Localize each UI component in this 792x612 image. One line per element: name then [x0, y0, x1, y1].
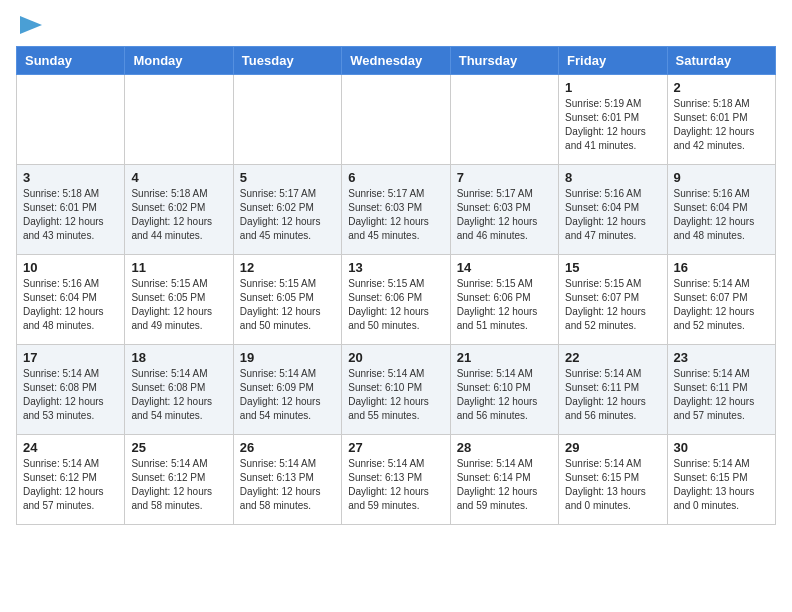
- day-number: 27: [348, 440, 443, 455]
- calendar-cell: 28Sunrise: 5:14 AM Sunset: 6:14 PM Dayli…: [450, 435, 558, 525]
- calendar-cell: 30Sunrise: 5:14 AM Sunset: 6:15 PM Dayli…: [667, 435, 775, 525]
- day-number: 20: [348, 350, 443, 365]
- day-info: Sunrise: 5:18 AM Sunset: 6:01 PM Dayligh…: [23, 187, 118, 243]
- day-info: Sunrise: 5:14 AM Sunset: 6:08 PM Dayligh…: [131, 367, 226, 423]
- day-number: 28: [457, 440, 552, 455]
- calendar-cell: 23Sunrise: 5:14 AM Sunset: 6:11 PM Dayli…: [667, 345, 775, 435]
- day-info: Sunrise: 5:17 AM Sunset: 6:03 PM Dayligh…: [348, 187, 443, 243]
- day-info: Sunrise: 5:14 AM Sunset: 6:11 PM Dayligh…: [565, 367, 660, 423]
- day-number: 8: [565, 170, 660, 185]
- day-number: 10: [23, 260, 118, 275]
- weekday-header-monday: Monday: [125, 47, 233, 75]
- day-number: 23: [674, 350, 769, 365]
- day-number: 1: [565, 80, 660, 95]
- calendar-cell: 12Sunrise: 5:15 AM Sunset: 6:05 PM Dayli…: [233, 255, 341, 345]
- day-info: Sunrise: 5:14 AM Sunset: 6:15 PM Dayligh…: [565, 457, 660, 513]
- calendar-cell: 29Sunrise: 5:14 AM Sunset: 6:15 PM Dayli…: [559, 435, 667, 525]
- day-info: Sunrise: 5:14 AM Sunset: 6:15 PM Dayligh…: [674, 457, 769, 513]
- day-number: 29: [565, 440, 660, 455]
- calendar-cell: 22Sunrise: 5:14 AM Sunset: 6:11 PM Dayli…: [559, 345, 667, 435]
- weekday-header-tuesday: Tuesday: [233, 47, 341, 75]
- day-number: 18: [131, 350, 226, 365]
- calendar-cell: 16Sunrise: 5:14 AM Sunset: 6:07 PM Dayli…: [667, 255, 775, 345]
- logo: [16, 16, 42, 36]
- calendar-cell: 18Sunrise: 5:14 AM Sunset: 6:08 PM Dayli…: [125, 345, 233, 435]
- calendar-cell: 5Sunrise: 5:17 AM Sunset: 6:02 PM Daylig…: [233, 165, 341, 255]
- weekday-header-thursday: Thursday: [450, 47, 558, 75]
- day-info: Sunrise: 5:19 AM Sunset: 6:01 PM Dayligh…: [565, 97, 660, 153]
- svg-marker-0: [20, 16, 42, 34]
- day-number: 4: [131, 170, 226, 185]
- calendar-cell: [450, 75, 558, 165]
- calendar-cell: 21Sunrise: 5:14 AM Sunset: 6:10 PM Dayli…: [450, 345, 558, 435]
- day-number: 15: [565, 260, 660, 275]
- day-number: 19: [240, 350, 335, 365]
- calendar-cell: 1Sunrise: 5:19 AM Sunset: 6:01 PM Daylig…: [559, 75, 667, 165]
- day-info: Sunrise: 5:14 AM Sunset: 6:09 PM Dayligh…: [240, 367, 335, 423]
- day-number: 5: [240, 170, 335, 185]
- day-info: Sunrise: 5:18 AM Sunset: 6:01 PM Dayligh…: [674, 97, 769, 153]
- weekday-header-saturday: Saturday: [667, 47, 775, 75]
- calendar-cell: 17Sunrise: 5:14 AM Sunset: 6:08 PM Dayli…: [17, 345, 125, 435]
- calendar-cell: 24Sunrise: 5:14 AM Sunset: 6:12 PM Dayli…: [17, 435, 125, 525]
- page-header: [16, 16, 776, 36]
- day-number: 14: [457, 260, 552, 275]
- calendar-cell: 2Sunrise: 5:18 AM Sunset: 6:01 PM Daylig…: [667, 75, 775, 165]
- weekday-header-wednesday: Wednesday: [342, 47, 450, 75]
- day-info: Sunrise: 5:14 AM Sunset: 6:13 PM Dayligh…: [348, 457, 443, 513]
- calendar-cell: 14Sunrise: 5:15 AM Sunset: 6:06 PM Dayli…: [450, 255, 558, 345]
- calendar-cell: 25Sunrise: 5:14 AM Sunset: 6:12 PM Dayli…: [125, 435, 233, 525]
- day-info: Sunrise: 5:15 AM Sunset: 6:05 PM Dayligh…: [131, 277, 226, 333]
- day-info: Sunrise: 5:14 AM Sunset: 6:13 PM Dayligh…: [240, 457, 335, 513]
- calendar-cell: 8Sunrise: 5:16 AM Sunset: 6:04 PM Daylig…: [559, 165, 667, 255]
- day-info: Sunrise: 5:15 AM Sunset: 6:06 PM Dayligh…: [348, 277, 443, 333]
- calendar-cell: 15Sunrise: 5:15 AM Sunset: 6:07 PM Dayli…: [559, 255, 667, 345]
- day-info: Sunrise: 5:14 AM Sunset: 6:07 PM Dayligh…: [674, 277, 769, 333]
- calendar-cell: 13Sunrise: 5:15 AM Sunset: 6:06 PM Dayli…: [342, 255, 450, 345]
- day-info: Sunrise: 5:17 AM Sunset: 6:02 PM Dayligh…: [240, 187, 335, 243]
- calendar-cell: [17, 75, 125, 165]
- day-number: 17: [23, 350, 118, 365]
- day-number: 7: [457, 170, 552, 185]
- day-info: Sunrise: 5:16 AM Sunset: 6:04 PM Dayligh…: [674, 187, 769, 243]
- weekday-header-sunday: Sunday: [17, 47, 125, 75]
- day-info: Sunrise: 5:14 AM Sunset: 6:10 PM Dayligh…: [348, 367, 443, 423]
- day-info: Sunrise: 5:15 AM Sunset: 6:07 PM Dayligh…: [565, 277, 660, 333]
- day-number: 30: [674, 440, 769, 455]
- calendar-cell: 4Sunrise: 5:18 AM Sunset: 6:02 PM Daylig…: [125, 165, 233, 255]
- day-number: 22: [565, 350, 660, 365]
- day-info: Sunrise: 5:15 AM Sunset: 6:05 PM Dayligh…: [240, 277, 335, 333]
- day-info: Sunrise: 5:16 AM Sunset: 6:04 PM Dayligh…: [23, 277, 118, 333]
- day-info: Sunrise: 5:16 AM Sunset: 6:04 PM Dayligh…: [565, 187, 660, 243]
- day-number: 24: [23, 440, 118, 455]
- calendar-cell: 6Sunrise: 5:17 AM Sunset: 6:03 PM Daylig…: [342, 165, 450, 255]
- day-number: 26: [240, 440, 335, 455]
- calendar-cell: 10Sunrise: 5:16 AM Sunset: 6:04 PM Dayli…: [17, 255, 125, 345]
- weekday-header-friday: Friday: [559, 47, 667, 75]
- calendar-cell: 7Sunrise: 5:17 AM Sunset: 6:03 PM Daylig…: [450, 165, 558, 255]
- day-number: 2: [674, 80, 769, 95]
- day-info: Sunrise: 5:14 AM Sunset: 6:11 PM Dayligh…: [674, 367, 769, 423]
- day-number: 9: [674, 170, 769, 185]
- logo-arrow-icon: [20, 16, 42, 34]
- day-info: Sunrise: 5:14 AM Sunset: 6:12 PM Dayligh…: [23, 457, 118, 513]
- calendar-cell: [125, 75, 233, 165]
- calendar-cell: 11Sunrise: 5:15 AM Sunset: 6:05 PM Dayli…: [125, 255, 233, 345]
- day-info: Sunrise: 5:17 AM Sunset: 6:03 PM Dayligh…: [457, 187, 552, 243]
- day-number: 21: [457, 350, 552, 365]
- calendar-cell: 3Sunrise: 5:18 AM Sunset: 6:01 PM Daylig…: [17, 165, 125, 255]
- day-number: 6: [348, 170, 443, 185]
- calendar-cell: 19Sunrise: 5:14 AM Sunset: 6:09 PM Dayli…: [233, 345, 341, 435]
- day-info: Sunrise: 5:14 AM Sunset: 6:12 PM Dayligh…: [131, 457, 226, 513]
- day-number: 3: [23, 170, 118, 185]
- calendar-cell: 20Sunrise: 5:14 AM Sunset: 6:10 PM Dayli…: [342, 345, 450, 435]
- day-number: 13: [348, 260, 443, 275]
- calendar-cell: [233, 75, 341, 165]
- day-info: Sunrise: 5:15 AM Sunset: 6:06 PM Dayligh…: [457, 277, 552, 333]
- calendar-cell: 9Sunrise: 5:16 AM Sunset: 6:04 PM Daylig…: [667, 165, 775, 255]
- day-info: Sunrise: 5:14 AM Sunset: 6:10 PM Dayligh…: [457, 367, 552, 423]
- day-number: 11: [131, 260, 226, 275]
- day-info: Sunrise: 5:14 AM Sunset: 6:08 PM Dayligh…: [23, 367, 118, 423]
- day-info: Sunrise: 5:14 AM Sunset: 6:14 PM Dayligh…: [457, 457, 552, 513]
- day-number: 16: [674, 260, 769, 275]
